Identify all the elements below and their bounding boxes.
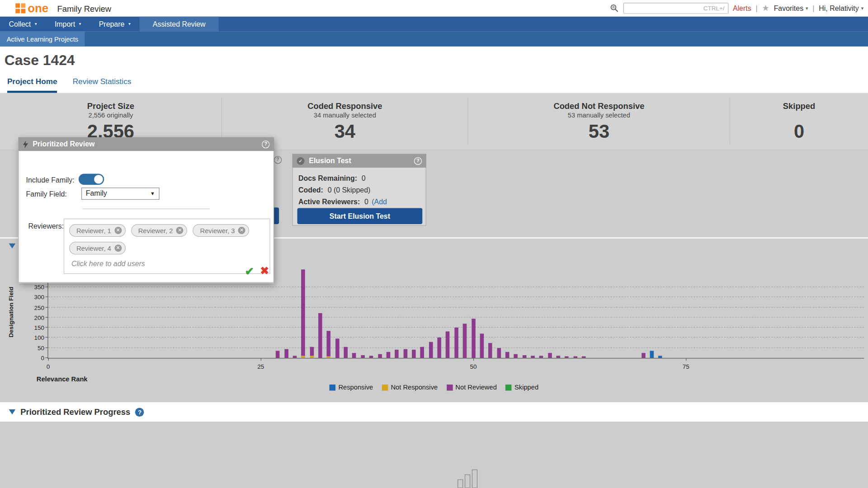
- y-tick-mark: [45, 327, 48, 328]
- nav-item-collect[interactable]: Collect▾: [0, 17, 46, 32]
- coded-value: 0 (0 Skipped): [328, 186, 371, 194]
- chart-bar-segment: [293, 356, 297, 358]
- legend-swatch: [505, 384, 511, 390]
- confirm-icon[interactable]: ✔: [245, 265, 255, 277]
- family-field-value: Family: [86, 189, 107, 197]
- gridline: [48, 286, 864, 287]
- help-icon[interactable]: ?: [414, 157, 422, 164]
- progress-section-header: Prioritized Review Progress ?: [0, 402, 868, 422]
- chart-bar-segment: [463, 324, 467, 358]
- collapse-triangle-icon[interactable]: [9, 244, 16, 249]
- tab-project-home[interactable]: Project Home: [7, 77, 57, 93]
- chart-bar-segment: [327, 331, 331, 357]
- y-tick-label: 150: [22, 324, 44, 331]
- chart-bar-segment: [658, 356, 662, 358]
- nav-item-prepare[interactable]: Prepare▾: [90, 17, 139, 32]
- cancel-icon[interactable]: ✖: [260, 265, 269, 277]
- chart-bar-segment: [429, 342, 433, 358]
- chart-bar-segment: [310, 347, 314, 356]
- x-tick-mark: [48, 358, 49, 361]
- active-reviewers-label: Active Reviewers:: [298, 197, 360, 206]
- reviewer-chips: Reviewer, 1✕ Reviewer, 2✕ Reviewer, 3✕ R…: [69, 224, 264, 254]
- x-tick-label: 0: [37, 363, 59, 370]
- x-tick-label: 50: [462, 363, 484, 370]
- user-menu[interactable]: Hi, Relativity: [819, 4, 859, 12]
- reviewer-chip: Reviewer, 2✕: [131, 224, 188, 237]
- remove-chip-icon[interactable]: ✕: [114, 244, 122, 252]
- stat-value: 34: [335, 121, 355, 142]
- nav-item-import[interactable]: Import▾: [46, 17, 90, 32]
- include-family-toggle[interactable]: [79, 174, 104, 184]
- legend-label: Not Responsive: [391, 384, 438, 391]
- legend-label: Not Reviewed: [455, 384, 496, 391]
- nav-item-assisted-review[interactable]: Assisted Review: [139, 17, 219, 32]
- progress-section-title: Prioritized Review Progress: [20, 407, 130, 417]
- x-tick-mark: [473, 358, 474, 361]
- star-icon[interactable]: ★: [762, 3, 769, 13]
- chip-label: Reviewer, 1: [76, 226, 111, 234]
- y-tick-mark: [45, 307, 48, 307]
- docs-remaining-value: 0: [362, 174, 366, 183]
- reviewers-box[interactable]: Reviewer, 1✕ Reviewer, 2✕ Reviewer, 3✕ R…: [64, 219, 270, 274]
- remove-chip-icon[interactable]: ✕: [176, 227, 184, 234]
- help-icon[interactable]: ?: [262, 140, 269, 148]
- y-tick-label: 300: [22, 294, 44, 301]
- search-input[interactable]: CTRL+/: [623, 3, 728, 14]
- chart-bar-segment: [301, 270, 305, 356]
- legend-item-skipped: Skipped: [505, 384, 538, 391]
- y-tick-label: 100: [22, 334, 44, 341]
- chart-bar-segment: [369, 356, 373, 358]
- elusion-test-card: ✓ Elusion Test ? Docs Remaining:0 Coded:…: [292, 154, 426, 225]
- y-tick-mark: [45, 337, 48, 338]
- chart-bar-segment: [539, 356, 543, 358]
- tab-review-statistics[interactable]: Review Statistics: [73, 77, 132, 93]
- chart-bar-segment: [557, 356, 561, 358]
- chart-bar-segment: [548, 353, 552, 358]
- toggle-knob: [94, 175, 103, 184]
- stat-coded-not-responsive: Coded Not Responsive 53 manually selecte…: [468, 93, 730, 148]
- modal-actions: ✔ ✖: [245, 265, 269, 277]
- search-history-icon[interactable]: [610, 4, 619, 13]
- logo-grid-icon: [15, 3, 25, 13]
- nav-item-label: Prepare: [99, 20, 125, 28]
- start-elusion-test-button[interactable]: Start Elusion Test: [297, 208, 423, 224]
- active-reviewers-value: 0: [364, 197, 368, 206]
- collapse-triangle-icon[interactable]: [9, 409, 16, 414]
- chip-label: Reviewer, 4: [76, 244, 111, 252]
- docs-remaining-row: Docs Remaining:0: [298, 173, 420, 184]
- page-title: Case 1424: [5, 52, 75, 69]
- family-field-select[interactable]: Family ▼: [81, 188, 160, 200]
- legend-item-not-responsive: Not Responsive: [382, 384, 438, 391]
- x-tick-mark: [686, 358, 686, 361]
- prioritized-review-modal: Prioritized Review ? Include Family: Fam…: [18, 137, 274, 283]
- chart-bar-segment: [454, 328, 458, 358]
- app-logo[interactable]: one: [15, 0, 48, 16]
- legend-item-responsive: Responsive: [330, 384, 373, 391]
- remove-chip-icon[interactable]: ✕: [238, 227, 245, 234]
- add-users-placeholder[interactable]: Click here to add users: [71, 259, 264, 267]
- chart-bar-segment: [472, 319, 476, 358]
- prioritized-review-body: Include Family: Family Field: Family ▼ R…: [18, 151, 274, 282]
- chart-bar-segment: [650, 351, 654, 358]
- chart-bar-segment: [642, 353, 646, 358]
- chart-bar-segment: [497, 348, 501, 358]
- chart-bar-segment: [488, 343, 492, 358]
- chart-legend: Responsive Not Responsive Not Reviewed S…: [0, 384, 868, 391]
- help-icon[interactable]: ?: [274, 156, 282, 164]
- x-axis-label: Relevance Rank: [37, 375, 88, 383]
- reviewer-chip: Reviewer, 4✕: [69, 242, 126, 254]
- stat-value: 53: [589, 121, 609, 142]
- y-tick-mark: [45, 286, 48, 287]
- chart-bar-segment: [565, 357, 569, 358]
- favorites-menu[interactable]: Favorites: [774, 4, 803, 12]
- stat-title: Coded Responsive: [307, 101, 382, 111]
- docs-remaining-label: Docs Remaining:: [298, 174, 357, 183]
- chart-bar-segment: [403, 349, 407, 358]
- chart-bar-segment: [531, 356, 535, 358]
- chart-bar-segment: [284, 349, 288, 358]
- stat-title: Coded Not Responsive: [553, 101, 644, 111]
- help-icon[interactable]: ?: [135, 408, 144, 417]
- remove-chip-icon[interactable]: ✕: [114, 227, 122, 234]
- alerts-link[interactable]: Alerts: [733, 4, 751, 12]
- subnav-item-active-learning-projects[interactable]: Active Learning Projects: [0, 32, 85, 47]
